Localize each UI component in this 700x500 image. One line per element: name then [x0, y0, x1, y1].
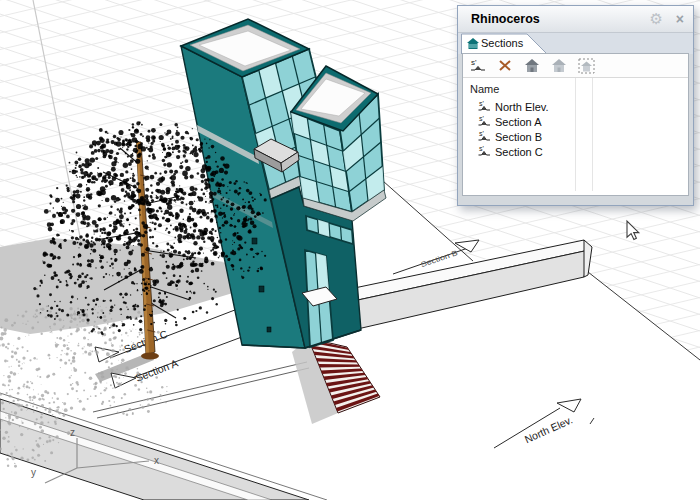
sections-list: Name s' North Elev. s' Section A s' Sect…: [463, 78, 688, 195]
section-glyph-icon: s': [478, 115, 491, 129]
house-solid-icon[interactable]: [523, 57, 541, 74]
sections-house-icon: [466, 37, 480, 52]
tab-sections-label: Sections: [481, 37, 523, 49]
house-dashed-icon[interactable]: [577, 57, 595, 74]
close-icon[interactable]: ×: [676, 11, 684, 27]
tab-sections[interactable]: Sections: [461, 33, 549, 54]
svg-text:s': s': [471, 58, 477, 67]
section-new-icon[interactable]: s': [469, 57, 487, 74]
list-item-label: Section C: [495, 146, 543, 158]
gear-icon[interactable]: ⚙: [650, 10, 663, 28]
panel-title: Rhinoceros: [471, 12, 540, 26]
column-separator[interactable]: [592, 78, 593, 191]
axis-label-x: x: [154, 455, 159, 466]
delete-x-icon[interactable]: [496, 57, 514, 74]
svg-text:s': s': [479, 100, 484, 107]
section-glyph-icon: s': [478, 130, 491, 144]
svg-text:s': s': [479, 130, 484, 137]
mouse-cursor: [627, 221, 639, 239]
svg-text:s': s': [479, 145, 484, 152]
list-item-label: North Elev.: [495, 101, 549, 113]
list-item-label: Section B: [495, 131, 542, 143]
section-glyph-icon: s': [478, 100, 491, 114]
axis-label-y: y: [31, 467, 36, 478]
list-item-label: Section A: [495, 116, 541, 128]
svg-text:s': s': [479, 115, 484, 122]
section-glyph-icon: s': [478, 145, 491, 159]
sections-toolbar: s': [463, 54, 688, 78]
rhino-viewport-window: Section C Section A Section B z x y: [0, 0, 700, 500]
column-separator[interactable]: [575, 78, 576, 191]
panel-content: s': [462, 53, 689, 196]
axis-label-z: z: [70, 427, 75, 438]
house-light-icon[interactable]: [550, 57, 568, 74]
panel-tabstrip: Sections: [458, 33, 693, 54]
sections-panel: Rhinoceros ⚙ × Sections s': [457, 5, 694, 206]
panel-titlebar[interactable]: Rhinoceros ⚙ ×: [458, 6, 693, 33]
